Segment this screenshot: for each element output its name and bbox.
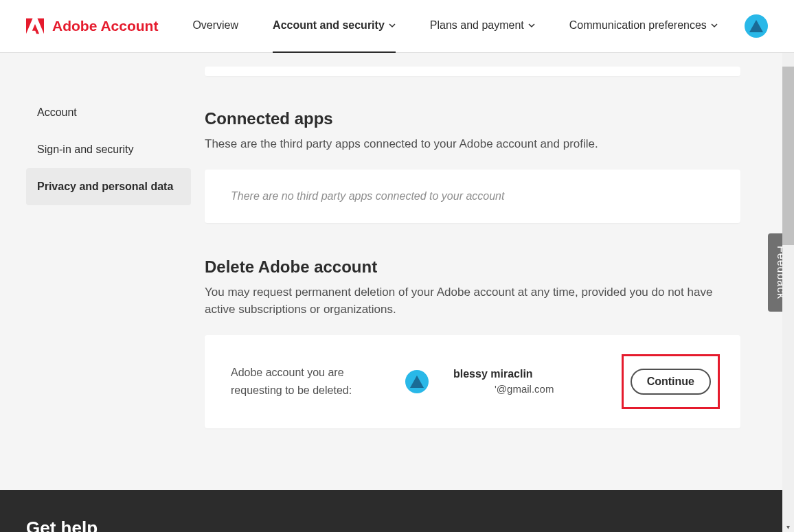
svg-marker-0 xyxy=(37,19,44,34)
header: Adobe Account Overview Account and secur… xyxy=(0,0,794,53)
chevron-down-icon xyxy=(528,22,535,29)
sidebar-item-account[interactable]: Account xyxy=(26,94,191,131)
connected-apps-card: There are no third party apps connected … xyxy=(205,170,740,223)
nav-label: Overview xyxy=(192,19,238,32)
sidebar-item-label: Account xyxy=(37,106,77,118)
card-fragment xyxy=(205,67,740,76)
sidebar-item-label: Privacy and personal data xyxy=(37,181,173,192)
nav-overview[interactable]: Overview xyxy=(192,0,238,53)
adobe-logo-icon xyxy=(26,18,44,34)
user-name: blessy miraclin xyxy=(453,368,612,380)
svg-marker-2 xyxy=(32,24,39,34)
sidebar: Account Sign-in and security Privacy and… xyxy=(26,67,191,428)
delete-request-label: Adobe account you are requesting to be d… xyxy=(231,364,396,399)
sidebar-item-privacy[interactable]: Privacy and personal data xyxy=(26,168,191,205)
connected-apps-desc: These are the third party apps connected… xyxy=(205,135,740,153)
scrollbar-track[interactable] xyxy=(782,53,794,521)
logo-wrap[interactable]: Adobe Account xyxy=(26,18,158,34)
scroll-down-arrow[interactable]: ▾ xyxy=(782,521,794,532)
nav-label: Plans and payment xyxy=(430,19,524,32)
connected-apps-empty: There are no third party apps connected … xyxy=(231,190,504,202)
sidebar-item-signin[interactable]: Sign-in and security xyxy=(26,131,191,168)
avatar[interactable] xyxy=(745,14,768,38)
scrollbar-thumb[interactable] xyxy=(782,67,794,245)
delete-account-desc: You may request permanent deletion of yo… xyxy=(205,284,740,319)
nav-label: Account and security xyxy=(273,19,385,32)
continue-highlight: Continue xyxy=(622,354,720,409)
delete-account-card: Adobe account you are requesting to be d… xyxy=(205,335,740,428)
user-avatar-icon xyxy=(405,370,429,393)
nav-account-security[interactable]: Account and security xyxy=(273,0,396,53)
chevron-down-icon xyxy=(711,22,718,29)
delete-account-title: Delete Adobe account xyxy=(205,257,740,277)
svg-marker-1 xyxy=(26,19,33,34)
brand-text: Adobe Account xyxy=(52,18,158,34)
user-info: blessy miraclin '@gmail.com xyxy=(438,368,612,395)
nav-communication-prefs[interactable]: Communication preferences xyxy=(569,0,718,53)
nav-label: Communication preferences xyxy=(569,19,707,32)
user-email: '@gmail.com xyxy=(453,383,612,395)
nav-plans-payment[interactable]: Plans and payment xyxy=(430,0,535,53)
main-content: Account Sign-in and security Privacy and… xyxy=(0,53,794,470)
sidebar-item-label: Sign-in and security xyxy=(37,143,134,155)
main-nav: Overview Account and security Plans and … xyxy=(192,0,745,53)
chevron-down-icon xyxy=(389,22,396,29)
continue-button[interactable]: Continue xyxy=(631,369,711,395)
connected-apps-title: Connected apps xyxy=(205,109,740,128)
footer: Get help ? Common questions Communities xyxy=(0,490,794,533)
content-area: Connected apps These are the third party… xyxy=(205,67,740,428)
footer-title: Get help xyxy=(26,518,768,533)
